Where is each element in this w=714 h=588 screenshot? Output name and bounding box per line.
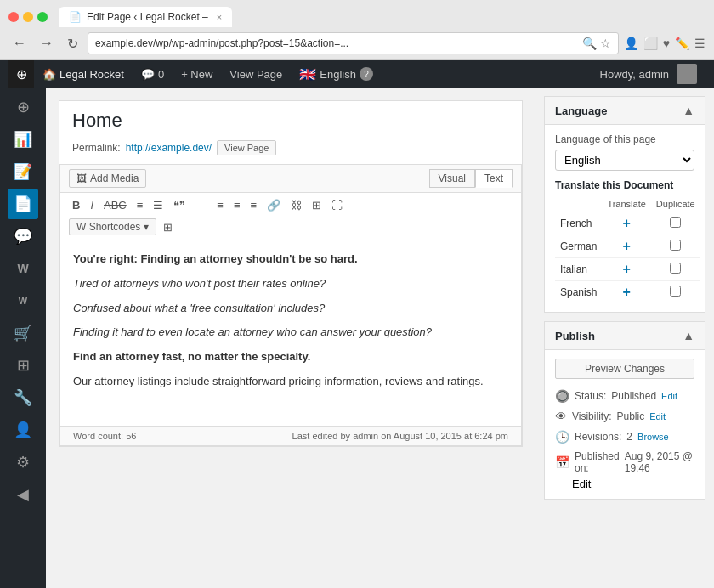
visibility-edit-link[interactable]: Edit bbox=[649, 411, 666, 421]
sidebar-item-pages[interactable]: 📄 bbox=[8, 189, 38, 219]
sidebar-item-dashboard[interactable]: ⊕ bbox=[8, 92, 38, 122]
duplicate-checkbox[interactable] bbox=[670, 240, 681, 251]
sidebar-item-stats[interactable]: 📊 bbox=[8, 124, 38, 155]
revisions-value: 2 bbox=[626, 431, 632, 443]
duplicate-cell[interactable] bbox=[651, 281, 700, 304]
strikethrough-button[interactable]: ABC bbox=[100, 197, 130, 213]
reload-button[interactable]: ↻ bbox=[63, 34, 82, 54]
status-icon: 🔘 bbox=[555, 389, 570, 403]
ol-button[interactable]: ☰ bbox=[150, 197, 167, 213]
help-icon[interactable]: ? bbox=[360, 67, 373, 81]
wp-logo[interactable]: ⊕ bbox=[8, 60, 34, 88]
status-value: Published bbox=[611, 390, 656, 402]
cast-icon[interactable]: ⬜ bbox=[643, 37, 658, 50]
tab-close-button[interactable]: × bbox=[217, 12, 222, 22]
status-edit-link[interactable]: Edit bbox=[661, 391, 677, 401]
publish-panel-toggle[interactable]: ▲ bbox=[683, 329, 694, 342]
publish-panel-header: Publish ▲ bbox=[545, 322, 705, 350]
menu-icon[interactable]: ☰ bbox=[694, 37, 706, 50]
translate-add-icon[interactable]: + bbox=[622, 239, 630, 253]
flag-icon: 🇬🇧 bbox=[299, 66, 316, 82]
duplicate-cell[interactable] bbox=[651, 212, 700, 235]
sidebar-item-w[interactable]: W bbox=[8, 253, 38, 284]
fullscreen-button[interactable]: ⛶ bbox=[328, 197, 346, 213]
sidebar-item-grid[interactable]: ⊞ bbox=[8, 350, 38, 381]
link-button[interactable]: 🔗 bbox=[264, 197, 284, 213]
sidebar-item-wpml[interactable]: W bbox=[8, 286, 38, 316]
duplicate-cell[interactable] bbox=[651, 235, 700, 258]
publish-panel: Publish ▲ Preview Changes 🔘 Status: Publ… bbox=[544, 321, 706, 500]
revisions-browse-link[interactable]: Browse bbox=[638, 432, 669, 442]
published-edit-link[interactable]: Edit bbox=[572, 478, 591, 490]
permalink-url[interactable]: http://example.dev/ bbox=[126, 142, 212, 154]
publish-panel-content: Preview Changes 🔘 Status: Published Edit… bbox=[545, 350, 705, 499]
unlink-button[interactable]: ⛓ bbox=[287, 197, 305, 213]
heart-icon[interactable]: ♥ bbox=[663, 37, 670, 50]
browser-tab[interactable]: 📄 Edit Page ‹ Legal Rocket – × bbox=[59, 7, 232, 27]
permalink-bar: Permalink: http://example.dev/ View Page bbox=[60, 140, 522, 155]
align-right-button[interactable]: ≡ bbox=[247, 197, 261, 213]
duplicate-checkbox[interactable] bbox=[670, 263, 681, 274]
align-left-button[interactable]: ≡ bbox=[213, 197, 227, 213]
language-label: English bbox=[320, 68, 356, 81]
bold-button[interactable]: B bbox=[69, 197, 83, 213]
close-dot[interactable] bbox=[8, 12, 19, 22]
edit-icon[interactable]: ✏️ bbox=[675, 37, 689, 50]
editor-content[interactable]: You're right: Finding an attorney should… bbox=[60, 240, 522, 427]
address-bar[interactable]: example.dev/wp/wp-admin/post.php?post=15… bbox=[88, 32, 619, 54]
translate-section-title: Translate this Document bbox=[555, 179, 694, 191]
shortcodes-button[interactable]: W Shortcodes ▾ bbox=[69, 218, 156, 235]
bookmark-icon[interactable]: ☆ bbox=[600, 37, 611, 50]
duplicate-cell[interactable] bbox=[651, 258, 700, 281]
admin-bar-language[interactable]: 🇬🇧 English ? bbox=[291, 60, 382, 88]
minimize-dot[interactable] bbox=[23, 12, 33, 22]
browser-dots bbox=[8, 12, 48, 22]
translate-add-cell[interactable]: + bbox=[602, 235, 650, 258]
visibility-label: Visibility: bbox=[572, 410, 611, 422]
status-label: Status: bbox=[575, 390, 606, 402]
ul-button[interactable]: ≡ bbox=[133, 197, 147, 213]
forward-button[interactable]: → bbox=[36, 34, 58, 53]
sidebar-item-settings[interactable]: ⚙ bbox=[8, 447, 38, 478]
profile-icon[interactable]: 👤 bbox=[624, 37, 638, 50]
maximize-dot[interactable] bbox=[37, 12, 48, 22]
translate-add-icon[interactable]: + bbox=[622, 262, 630, 276]
sidebar-item-collapse[interactable]: ◀ bbox=[8, 479, 38, 510]
language-panel: Language ▲ Language of this page English… bbox=[544, 96, 706, 313]
add-media-button[interactable]: 🖼 Add Media bbox=[69, 169, 146, 188]
translate-add-icon[interactable]: + bbox=[622, 285, 630, 299]
admin-bar-howdy[interactable]: Howdy, admin bbox=[592, 60, 706, 88]
translate-table: Translate Duplicate French + German + It… bbox=[555, 196, 700, 303]
sidebar-item-users[interactable]: 👤 bbox=[8, 415, 38, 445]
preview-changes-button[interactable]: Preview Changes bbox=[555, 359, 694, 379]
sidebar-item-posts[interactable]: 📝 bbox=[8, 156, 38, 187]
add-media-label: Add Media bbox=[90, 172, 139, 184]
align-center-button[interactable]: ≡ bbox=[230, 197, 244, 213]
indent-button[interactable]: ⊞ bbox=[309, 197, 325, 213]
translate-add-icon[interactable]: + bbox=[622, 216, 630, 230]
tab-visual[interactable]: Visual bbox=[429, 169, 475, 188]
search-icon[interactable]: 🔍 bbox=[582, 37, 597, 50]
translate-add-cell[interactable]: + bbox=[602, 281, 650, 304]
duplicate-checkbox[interactable] bbox=[670, 286, 681, 297]
extra-button[interactable]: ⊞ bbox=[160, 219, 176, 235]
hr-button[interactable]: — bbox=[192, 197, 210, 213]
italic-button[interactable]: I bbox=[87, 197, 97, 213]
quote-button[interactable]: ❝❞ bbox=[170, 197, 189, 213]
translate-add-cell[interactable]: + bbox=[602, 258, 650, 281]
admin-bar-comments[interactable]: 💬 0 bbox=[133, 60, 173, 88]
duplicate-checkbox[interactable] bbox=[670, 217, 681, 228]
view-page-button[interactable]: View Page bbox=[217, 140, 276, 155]
language-panel-toggle[interactable]: ▲ bbox=[683, 104, 694, 117]
admin-bar-new[interactable]: + New bbox=[173, 60, 221, 88]
admin-bar-view-page[interactable]: View Page bbox=[221, 60, 291, 88]
translate-add-cell[interactable]: + bbox=[602, 212, 650, 235]
sidebar-item-comments[interactable]: 💬 bbox=[8, 221, 38, 252]
admin-bar-home[interactable]: 🏠 Legal Rocket bbox=[34, 60, 133, 88]
back-button[interactable]: ← bbox=[8, 34, 31, 53]
tab-text[interactable]: Text bbox=[475, 169, 513, 188]
language-select[interactable]: English French German Italian Spanish bbox=[555, 150, 694, 171]
sidebar-item-cart[interactable]: 🛒 bbox=[8, 318, 38, 348]
sidebar-item-tools[interactable]: 🔧 bbox=[8, 382, 38, 413]
format-toolbar: B I ABC ≡ ☰ ❝❞ — ≡ ≡ ≡ 🔗 ⛓ ⊞ ⛶ W Shortco… bbox=[60, 192, 522, 240]
